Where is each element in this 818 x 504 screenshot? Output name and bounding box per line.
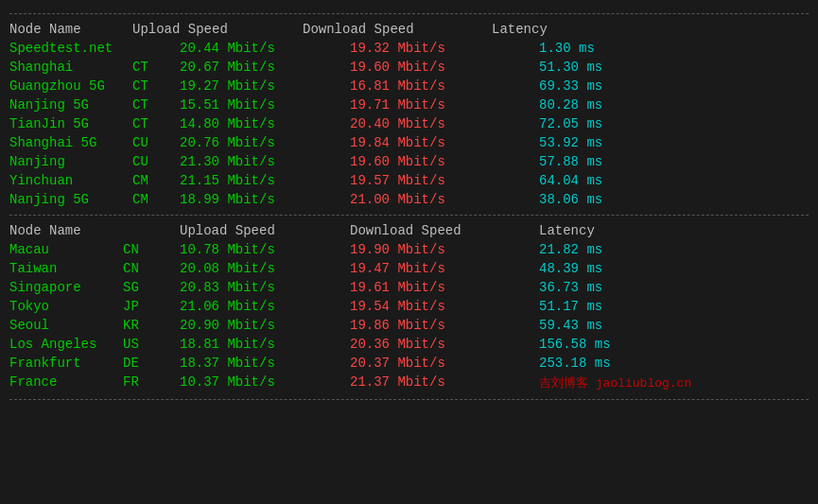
cell-isp: CU <box>132 154 180 169</box>
section2-rows: Macau CN 10.78 Mbit/s 19.90 Mbit/s 21.82… <box>9 240 809 393</box>
section2-table: Node Name Upload Speed Download Speed La… <box>9 221 809 393</box>
table-row: Los Angeles US 18.81 Mbit/s 20.36 Mbit/s… <box>9 335 809 354</box>
cell-upload: 20.83 Mbit/s <box>180 280 350 295</box>
table-row: Shanghai 5G CU 20.76 Mbit/s 19.84 Mbit/s… <box>9 133 809 152</box>
table-row: Nanjing 5G CT 15.51 Mbit/s 19.71 Mbit/s … <box>9 96 809 114</box>
cell-isp: CT <box>132 60 180 75</box>
section1-header: Node Name Upload Speed Download Speed La… <box>9 20 809 39</box>
header-node-2: Node Name <box>9 223 180 238</box>
cell-latency: 38.06 ms <box>539 192 662 207</box>
cell-isp: CN <box>123 261 180 276</box>
table-row: Guangzhou 5G CT 19.27 Mbit/s 16.81 Mbit/… <box>9 77 809 96</box>
cell-isp: CN <box>123 242 180 257</box>
cell-isp: JP <box>123 299 180 314</box>
cell-latency: 57.88 ms <box>539 154 662 169</box>
cell-latency: 59.43 ms <box>539 318 662 333</box>
cell-isp <box>132 41 180 56</box>
cell-latency: 64.04 ms <box>539 173 662 188</box>
cell-isp: CM <box>132 192 180 207</box>
cell-upload: 20.90 Mbit/s <box>180 318 350 333</box>
cell-download: 19.57 Mbit/s <box>350 173 539 188</box>
cell-node: TianJin 5G <box>9 116 132 131</box>
header-latency-2: Latency <box>539 223 662 238</box>
cell-upload: 18.81 Mbit/s <box>180 337 350 352</box>
bottom-divider <box>9 399 809 400</box>
header-upload-2: Upload Speed <box>180 223 350 238</box>
cell-isp: FR <box>123 374 180 391</box>
cell-download: 19.90 Mbit/s <box>350 242 539 257</box>
table-row: Nanjing CU 21.30 Mbit/s 19.60 Mbit/s 57.… <box>9 152 809 171</box>
cell-node: France <box>9 374 123 391</box>
table-row: Macau CN 10.78 Mbit/s 19.90 Mbit/s 21.82… <box>9 240 809 259</box>
cell-node: Yinchuan <box>9 173 132 188</box>
table-row: Frankfurt DE 18.37 Mbit/s 20.37 Mbit/s 2… <box>9 354 809 373</box>
cell-latency: 156.58 ms <box>539 337 662 352</box>
cell-isp: CT <box>132 116 180 131</box>
cell-latency: 53.92 ms <box>539 135 662 150</box>
cell-download: 19.32 Mbit/s <box>350 41 539 56</box>
cell-isp: CU <box>132 135 180 150</box>
cell-latency: 69.33 ms <box>539 78 662 94</box>
table-row: Seoul KR 20.90 Mbit/s 19.86 Mbit/s 59.43… <box>9 316 809 335</box>
cell-upload: 20.67 Mbit/s <box>180 60 350 75</box>
section1-table: Node Name Upload Speed Download Speed La… <box>9 20 809 209</box>
cell-latency: 80.28 ms <box>539 97 662 113</box>
cell-isp: CM <box>132 173 180 188</box>
cell-isp: CT <box>132 78 180 94</box>
cell-node: Seoul <box>9 318 123 333</box>
cell-latency: 51.30 ms <box>539 60 662 75</box>
cell-node: Shanghai 5G <box>9 135 132 150</box>
middle-divider <box>9 215 809 216</box>
cell-latency: 72.05 ms <box>539 116 662 131</box>
cell-download: 21.00 Mbit/s <box>350 192 539 207</box>
cell-latency: 253.18 ms <box>539 356 662 371</box>
cell-node: Los Angeles <box>9 337 123 352</box>
cell-node: Shanghai <box>9 60 132 75</box>
cell-download: 19.84 Mbit/s <box>350 135 539 150</box>
cell-node: Speedtest.net <box>9 41 132 56</box>
section2-header: Node Name Upload Speed Download Speed La… <box>9 221 809 240</box>
cell-upload: 18.99 Mbit/s <box>180 192 350 207</box>
header-latency-1: Latency <box>492 22 615 37</box>
cell-node: Macau <box>9 242 123 257</box>
cell-upload: 19.27 Mbit/s <box>180 78 350 94</box>
cell-node: Taiwan <box>9 261 123 276</box>
cell-upload: 20.08 Mbit/s <box>180 261 350 276</box>
cell-latency: 51.17 ms <box>539 299 662 314</box>
header-upload-1: Upload Speed <box>132 22 303 37</box>
cell-upload: 10.37 Mbit/s <box>180 374 350 391</box>
cell-latency: 1.30 ms <box>539 41 662 56</box>
table-row: Speedtest.net 20.44 Mbit/s 19.32 Mbit/s … <box>9 39 809 58</box>
cell-download: 21.37 Mbit/s <box>350 374 539 391</box>
cell-download: 16.81 Mbit/s <box>350 78 539 94</box>
cell-isp: SG <box>123 280 180 295</box>
header-node-1: Node Name <box>9 22 132 37</box>
header-download-2: Download Speed <box>350 223 539 238</box>
cell-upload: 20.44 Mbit/s <box>180 41 350 56</box>
cell-isp: US <box>123 337 180 352</box>
cell-upload: 20.76 Mbit/s <box>180 135 350 150</box>
cell-isp: KR <box>123 318 180 333</box>
cell-download: 19.86 Mbit/s <box>350 318 539 333</box>
cell-isp: CT <box>132 97 180 113</box>
cell-download: 19.71 Mbit/s <box>350 97 539 113</box>
table-row: Nanjing 5G CM 18.99 Mbit/s 21.00 Mbit/s … <box>9 190 809 209</box>
cell-node: Frankfurt <box>9 356 123 371</box>
cell-node: Nanjing 5G <box>9 192 132 207</box>
cell-node: Nanjing <box>9 154 132 169</box>
cell-latency: 36.73 ms <box>539 280 662 295</box>
table-row: Shanghai CT 20.67 Mbit/s 19.60 Mbit/s 51… <box>9 58 809 77</box>
cell-upload: 14.80 Mbit/s <box>180 116 350 131</box>
cell-upload: 21.15 Mbit/s <box>180 173 350 188</box>
cell-node: Singapore <box>9 280 123 295</box>
cell-latency: 48.39 ms <box>539 261 662 276</box>
cell-node: Tokyo <box>9 299 123 314</box>
table-row: TianJin 5G CT 14.80 Mbit/s 20.40 Mbit/s … <box>9 114 809 133</box>
cell-download: 19.61 Mbit/s <box>350 280 539 295</box>
table-row: France FR 10.37 Mbit/s 21.37 Mbit/s 吉刘博客… <box>9 373 809 393</box>
cell-node: Guangzhou 5G <box>9 78 132 94</box>
cell-download: 19.60 Mbit/s <box>350 154 539 169</box>
cell-node: Nanjing 5G <box>9 97 132 113</box>
cell-download: 20.37 Mbit/s <box>350 356 539 371</box>
top-divider <box>9 13 809 14</box>
